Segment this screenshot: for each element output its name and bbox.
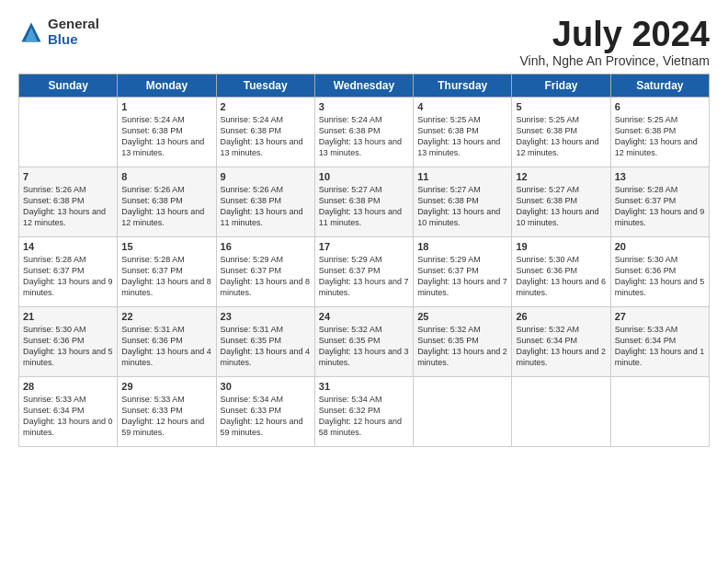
col-tuesday: Tuesday [216, 75, 314, 98]
calendar-table: Sunday Monday Tuesday Wednesday Thursday… [18, 74, 710, 447]
calendar-cell: 28 Sunrise: 5:33 AMSunset: 6:34 PMDaylig… [19, 377, 118, 447]
day-number: 2 [221, 101, 311, 112]
calendar-cell: 27 Sunrise: 5:33 AMSunset: 6:34 PMDaylig… [610, 307, 709, 377]
cell-content: Sunrise: 5:32 AMSunset: 6:35 PMDaylight:… [417, 324, 507, 369]
calendar-cell: 19 Sunrise: 5:30 AMSunset: 6:36 PMDaylig… [512, 237, 610, 307]
calendar-cell: 21 Sunrise: 5:30 AMSunset: 6:36 PMDaylig… [19, 307, 118, 377]
day-number: 29 [121, 381, 211, 392]
location: Vinh, Nghe An Province, Vietnam [520, 53, 711, 68]
day-number: 31 [319, 381, 409, 392]
cell-content: Sunrise: 5:34 AMSunset: 6:32 PMDaylight:… [319, 394, 409, 439]
cell-content: Sunrise: 5:30 AMSunset: 6:36 PMDaylight:… [516, 254, 606, 299]
cell-content: Sunrise: 5:32 AMSunset: 6:35 PMDaylight:… [319, 324, 409, 369]
day-number: 12 [516, 171, 606, 182]
day-number: 3 [319, 101, 409, 112]
calendar-cell: 4 Sunrise: 5:25 AMSunset: 6:38 PMDayligh… [414, 98, 512, 167]
day-number: 5 [516, 101, 606, 112]
day-number: 20 [615, 241, 705, 252]
logo-general: General [48, 17, 99, 32]
calendar-cell: 25 Sunrise: 5:32 AMSunset: 6:35 PMDaylig… [414, 307, 512, 377]
calendar-cell: 31 Sunrise: 5:34 AMSunset: 6:32 PMDaylig… [314, 377, 413, 447]
cell-content: Sunrise: 5:27 AMSunset: 6:38 PMDaylight:… [417, 184, 507, 229]
logo: General Blue [18, 17, 99, 47]
col-saturday: Saturday [610, 75, 709, 98]
day-number: 13 [615, 171, 705, 182]
day-number: 18 [417, 241, 507, 252]
day-number: 16 [221, 241, 311, 252]
calendar-cell: 3 Sunrise: 5:24 AMSunset: 6:38 PMDayligh… [314, 98, 413, 167]
cell-content: Sunrise: 5:30 AMSunset: 6:36 PMDaylight:… [615, 254, 705, 299]
calendar-cell: 2 Sunrise: 5:24 AMSunset: 6:38 PMDayligh… [216, 98, 314, 167]
calendar-week-3: 14 Sunrise: 5:28 AMSunset: 6:37 PMDaylig… [19, 237, 710, 307]
main-container: General Blue July 2024 Vinh, Nghe An Pro… [0, 0, 728, 456]
cell-content: Sunrise: 5:28 AMSunset: 6:37 PMDaylight:… [121, 254, 211, 299]
day-number: 24 [319, 311, 409, 322]
day-number: 9 [221, 171, 311, 182]
col-thursday: Thursday [414, 75, 512, 98]
calendar-cell: 20 Sunrise: 5:30 AMSunset: 6:36 PMDaylig… [610, 237, 709, 307]
cell-content: Sunrise: 5:26 AMSunset: 6:38 PMDaylight:… [23, 184, 113, 229]
day-number: 23 [221, 311, 311, 322]
calendar-cell: 17 Sunrise: 5:29 AMSunset: 6:37 PMDaylig… [314, 237, 413, 307]
cell-content: Sunrise: 5:29 AMSunset: 6:37 PMDaylight:… [319, 254, 409, 299]
cell-content: Sunrise: 5:25 AMSunset: 6:38 PMDaylight:… [417, 114, 507, 159]
header-row: General Blue July 2024 Vinh, Nghe An Pro… [18, 17, 710, 68]
day-number: 11 [417, 171, 507, 182]
calendar-cell [19, 98, 118, 167]
calendar-cell [414, 377, 512, 447]
cell-content: Sunrise: 5:28 AMSunset: 6:37 PMDaylight:… [23, 254, 113, 299]
col-monday: Monday [118, 75, 216, 98]
calendar-week-2: 7 Sunrise: 5:26 AMSunset: 6:38 PMDayligh… [19, 167, 710, 237]
cell-content: Sunrise: 5:24 AMSunset: 6:38 PMDaylight:… [121, 114, 211, 159]
cell-content: Sunrise: 5:33 AMSunset: 6:33 PMDaylight:… [121, 394, 211, 439]
cell-content: Sunrise: 5:30 AMSunset: 6:36 PMDaylight:… [23, 324, 113, 369]
calendar-cell: 8 Sunrise: 5:26 AMSunset: 6:38 PMDayligh… [118, 167, 216, 237]
cell-content: Sunrise: 5:32 AMSunset: 6:34 PMDaylight:… [516, 324, 606, 369]
calendar-week-4: 21 Sunrise: 5:30 AMSunset: 6:36 PMDaylig… [19, 307, 710, 377]
cell-content: Sunrise: 5:28 AMSunset: 6:37 PMDaylight:… [615, 184, 705, 229]
col-wednesday: Wednesday [314, 75, 413, 98]
calendar-week-5: 28 Sunrise: 5:33 AMSunset: 6:34 PMDaylig… [19, 377, 710, 447]
calendar-cell: 26 Sunrise: 5:32 AMSunset: 6:34 PMDaylig… [512, 307, 610, 377]
calendar-week-1: 1 Sunrise: 5:24 AMSunset: 6:38 PMDayligh… [19, 98, 710, 167]
cell-content: Sunrise: 5:25 AMSunset: 6:38 PMDaylight:… [516, 114, 606, 159]
day-number: 7 [23, 171, 113, 182]
day-number: 30 [221, 381, 311, 392]
calendar-cell: 6 Sunrise: 5:25 AMSunset: 6:38 PMDayligh… [610, 98, 709, 167]
calendar-cell: 18 Sunrise: 5:29 AMSunset: 6:37 PMDaylig… [414, 237, 512, 307]
month-title: July 2024 [520, 17, 711, 52]
logo-blue: Blue [48, 32, 99, 48]
day-number: 19 [516, 241, 606, 252]
calendar-cell: 12 Sunrise: 5:27 AMSunset: 6:38 PMDaylig… [512, 167, 610, 237]
cell-content: Sunrise: 5:29 AMSunset: 6:37 PMDaylight:… [417, 254, 507, 299]
calendar-cell: 13 Sunrise: 5:28 AMSunset: 6:37 PMDaylig… [610, 167, 709, 237]
day-number: 14 [23, 241, 113, 252]
header-row-days: Sunday Monday Tuesday Wednesday Thursday… [19, 75, 710, 98]
calendar-cell: 7 Sunrise: 5:26 AMSunset: 6:38 PMDayligh… [19, 167, 118, 237]
cell-content: Sunrise: 5:27 AMSunset: 6:38 PMDaylight:… [319, 184, 409, 229]
calendar-cell: 1 Sunrise: 5:24 AMSunset: 6:38 PMDayligh… [118, 98, 216, 167]
calendar-cell: 29 Sunrise: 5:33 AMSunset: 6:33 PMDaylig… [118, 377, 216, 447]
title-block: July 2024 Vinh, Nghe An Province, Vietna… [520, 17, 711, 68]
calendar-cell: 15 Sunrise: 5:28 AMSunset: 6:37 PMDaylig… [118, 237, 216, 307]
logo-text: General Blue [48, 17, 99, 47]
calendar-cell: 14 Sunrise: 5:28 AMSunset: 6:37 PMDaylig… [19, 237, 118, 307]
day-number: 6 [615, 101, 705, 112]
cell-content: Sunrise: 5:31 AMSunset: 6:36 PMDaylight:… [121, 324, 211, 369]
day-number: 8 [121, 171, 211, 182]
calendar-cell [610, 377, 709, 447]
calendar-cell [512, 377, 610, 447]
col-friday: Friday [512, 75, 610, 98]
cell-content: Sunrise: 5:24 AMSunset: 6:38 PMDaylight:… [319, 114, 409, 159]
day-number: 27 [615, 311, 705, 322]
calendar-cell: 22 Sunrise: 5:31 AMSunset: 6:36 PMDaylig… [118, 307, 216, 377]
calendar-cell: 30 Sunrise: 5:34 AMSunset: 6:33 PMDaylig… [216, 377, 314, 447]
day-number: 25 [417, 311, 507, 322]
cell-content: Sunrise: 5:27 AMSunset: 6:38 PMDaylight:… [516, 184, 606, 229]
day-number: 1 [121, 101, 211, 112]
day-number: 4 [417, 101, 507, 112]
cell-content: Sunrise: 5:25 AMSunset: 6:38 PMDaylight:… [615, 114, 705, 159]
cell-content: Sunrise: 5:31 AMSunset: 6:35 PMDaylight:… [221, 324, 311, 369]
cell-content: Sunrise: 5:33 AMSunset: 6:34 PMDaylight:… [23, 394, 113, 439]
cell-content: Sunrise: 5:34 AMSunset: 6:33 PMDaylight:… [221, 394, 311, 439]
